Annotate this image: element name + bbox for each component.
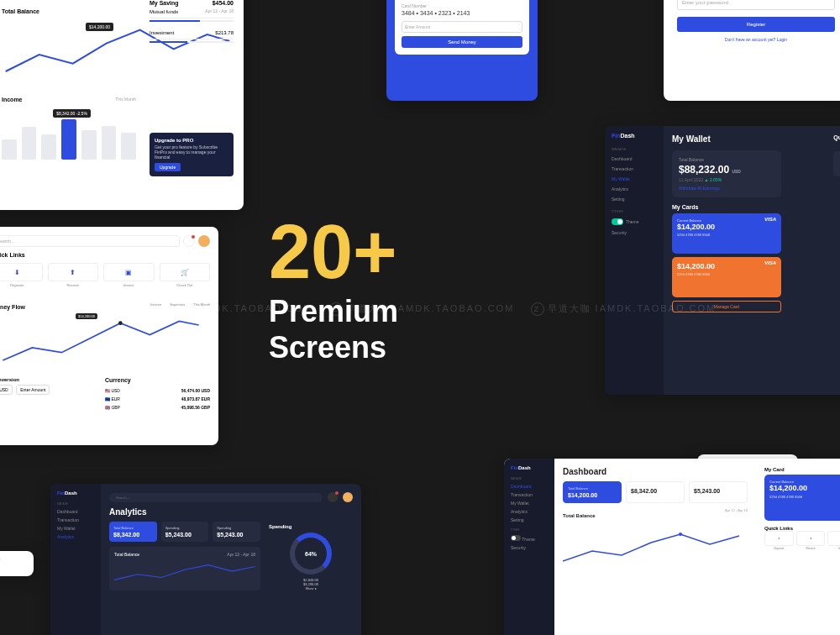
- money-flow-chart: $14,200.00: [0, 313, 210, 372]
- sidebar-item-transaction[interactable]: Transaction: [612, 164, 657, 174]
- sidebar-item-wallet[interactable]: My Wallet: [57, 524, 94, 533]
- quick-link-checkout[interactable]: 🛒Check Out: [160, 263, 211, 287]
- sidebar: FinDash MANAGE Dashboard Transaction My …: [605, 126, 664, 395]
- money-flow-screen: Search... Quick Links ⬇Deposite ⬆Receive…: [0, 227, 218, 445]
- theme-toggle[interactable]: [511, 535, 521, 541]
- search-input[interactable]: Search...: [0, 235, 180, 247]
- invoice-icon: ▣: [827, 531, 840, 546]
- sidebar-item-dashboard[interactable]: Dashboard: [511, 482, 548, 491]
- svg-point-0: [118, 321, 123, 325]
- analytics-dark-screen: FinDash MANAGE Dashboard Transaction My …: [50, 484, 361, 635]
- cart-icon: 🛒: [160, 263, 211, 281]
- stat-2[interactable]: $8,342.00: [626, 481, 685, 503]
- stat-spending[interactable]: Spending$5,243.00: [161, 522, 209, 542]
- sidebar-item-analytics[interactable]: Analytics: [57, 533, 94, 541]
- credit-card-orange[interactable]: VISA $14,200.00 5294 4780 4780 9568: [672, 257, 781, 297]
- sidebar-item-analytics[interactable]: Analytics: [511, 507, 548, 516]
- deposit-icon: ⬇: [0, 263, 43, 281]
- income-title: Income: [2, 97, 23, 102]
- logo[interactable]: FinDash: [511, 465, 548, 470]
- register-button[interactable]: Register: [677, 17, 835, 32]
- logo[interactable]: FinDash: [612, 133, 657, 139]
- avatar[interactable]: [198, 235, 210, 247]
- sidebar-item-security[interactable]: Security: [612, 228, 657, 238]
- my-cards-title: My Cards: [672, 204, 781, 210]
- my-saving-panel: My Saving$454.00 Mutual funds Investment…: [150, 0, 234, 43]
- sidebar-item-wallet[interactable]: My Wallet: [511, 499, 548, 507]
- quick-link-deposit[interactable]: Deposite: [833, 151, 840, 176]
- withdraw-link[interactable]: Withdraw All Earnings: [679, 186, 774, 191]
- spending-donut: 64%: [290, 533, 332, 575]
- dashboard-light-screen-2: FinDash MANAGE Dashboard Transaction My …: [504, 459, 840, 635]
- login-link-text: Don't have an account yet? Login: [677, 37, 835, 42]
- sidebar-item-setting[interactable]: Setting: [511, 516, 548, 524]
- quick-link-deposit[interactable]: ⬇Deposite: [764, 531, 794, 550]
- svg-point-1: [679, 533, 682, 536]
- sidebar-item-setting[interactable]: Setting: [612, 194, 657, 204]
- bell-icon[interactable]: [328, 492, 338, 502]
- receive-icon: ⬆: [48, 263, 99, 281]
- dashboard-light-screen: Total Balance $14,200.00 $8,342.00 Total…: [0, 0, 244, 210]
- sidebar-item-theme[interactable]: Theme: [612, 216, 657, 228]
- balance-chart-title: Total Balance: [2, 8, 39, 14]
- quick-link-invoice[interactable]: ▣Invoice: [827, 531, 840, 550]
- send-money-button[interactable]: Send Money: [402, 36, 522, 48]
- hero-text: 20+ PremiumScreens: [269, 218, 398, 365]
- invoice-icon: ▣: [103, 263, 155, 281]
- sidebar-item-theme[interactable]: Theme: [511, 533, 548, 543]
- money-flow-title: Money Flow: [0, 304, 25, 310]
- income-bar-chart: $8,342.00 -2.5%: [2, 109, 136, 160]
- sidebar-item-dashboard[interactable]: Dashboard: [612, 154, 657, 164]
- stat-3[interactable]: $5,243.00: [689, 481, 748, 503]
- upgrade-card: Upgrade to PRO Get your pro feature by S…: [150, 133, 234, 176]
- sidebar-item-analytics[interactable]: Analytics: [612, 184, 657, 194]
- credit-card-blue[interactable]: VISA Current Balance $14,200.00 5294 478…: [672, 213, 781, 254]
- avatar[interactable]: [343, 492, 353, 502]
- page-title: My Wallet: [672, 134, 840, 144]
- quick-links-title: Quick Links: [833, 134, 840, 140]
- card-number-label: Card Number: [402, 3, 522, 8]
- visa-logo: VISA: [764, 260, 776, 265]
- register-screen: Confirm Password Enter your password Reg…: [664, 0, 840, 101]
- upgrade-button[interactable]: Upgrade: [155, 163, 181, 171]
- quick-link-receive[interactable]: ⬆Receive: [48, 263, 99, 287]
- export-fragment: Export: [0, 551, 34, 576]
- this-month-selector[interactable]: This Month: [115, 97, 136, 102]
- login-link[interactable]: Login: [777, 37, 787, 42]
- total-balance-card: Total Balance $88,232.00 USD 11 April 20…: [672, 150, 781, 197]
- bell-icon[interactable]: [183, 235, 195, 247]
- receive-icon: ⬆: [796, 531, 826, 546]
- credit-card[interactable]: VISA Current Balance $14,200.00 5294 478…: [764, 475, 840, 521]
- stat-total-balance[interactable]: Total Balance$8,342.00: [109, 522, 157, 542]
- search-input[interactable]: Search...: [109, 493, 323, 502]
- sidebar: FinDash MANAGE Dashboard Transaction My …: [504, 459, 554, 635]
- amount-input[interactable]: Enter Amount: [402, 21, 522, 33]
- spending-panel: Spending 64% $2,843.00$3,200.00Show ▸: [269, 524, 353, 590]
- deposit-icon: ⬇: [764, 531, 794, 546]
- confirm-password-input[interactable]: Enter your password: [677, 0, 835, 10]
- amount-input[interactable]: Enter Amount: [16, 385, 50, 395]
- my-card-title: My Card: [764, 467, 840, 472]
- sidebar-item-security[interactable]: Security: [511, 543, 548, 552]
- stat-total-balance[interactable]: Total Balance$14,200.00: [563, 481, 622, 503]
- theme-toggle[interactable]: [612, 218, 623, 225]
- stat-spending-2[interactable]: Spending$5,243.00: [213, 522, 260, 542]
- sidebar-item-wallet[interactable]: My Wallet: [612, 174, 657, 184]
- sidebar-item-transaction[interactable]: Transaction: [57, 516, 94, 524]
- quick-links-title: Quick Links: [0, 252, 210, 258]
- sidebar-item-dashboard[interactable]: Dashboard: [57, 507, 94, 516]
- sidebar: FinDash MANAGE Dashboard Transaction My …: [50, 484, 101, 635]
- quick-link-invoice[interactable]: ▣Invoice: [103, 263, 155, 287]
- wallet-dark-screen: FinDash MANAGE Dashboard Transaction My …: [605, 126, 840, 395]
- logo[interactable]: FinDash: [57, 491, 94, 496]
- date-range-selector[interactable]: Apr 12 - Apr 18: [725, 508, 748, 523]
- quick-link-deposit[interactable]: ⬇Deposite: [0, 263, 43, 287]
- send-money-screen: Card Number 3484 • 3434 • 2323 • 2143 En…: [386, 0, 538, 101]
- currency-selector[interactable]: $ USD: [0, 385, 13, 395]
- balance-chart: [563, 523, 748, 574]
- card-number-value: 3484 • 3434 • 2323 • 2143: [402, 10, 522, 16]
- chart-tooltip: $14,200.00: [86, 23, 113, 31]
- sidebar-item-transaction[interactable]: Transaction: [511, 491, 548, 499]
- quick-link-receive[interactable]: ⬆Receive: [796, 531, 826, 550]
- page-title: Analytics: [109, 507, 353, 517]
